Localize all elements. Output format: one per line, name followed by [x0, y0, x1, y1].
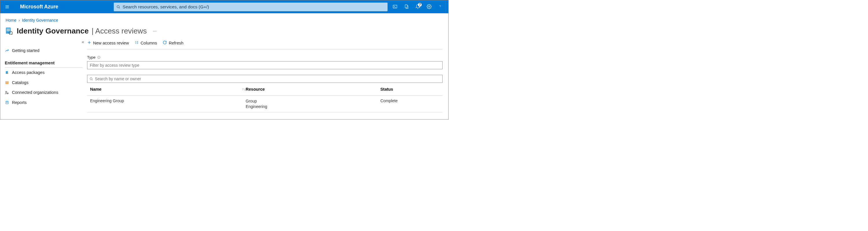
sidebar-item-reports[interactable]: Reports	[5, 98, 87, 108]
sidebar-item-label: Connected organizations	[12, 90, 58, 95]
sidebar-section-entitlement: Entitlement management	[5, 55, 83, 68]
settings-button[interactable]	[427, 4, 432, 10]
breadcrumb-current[interactable]: Identity Governance	[22, 18, 58, 23]
sidebar-item-label: Getting started	[12, 48, 39, 53]
notifications-button[interactable]: 7	[415, 4, 421, 10]
main-content: New access review Columns Refresh Type	[87, 38, 448, 113]
svg-rect-12	[6, 30, 10, 30]
identity-governance-icon	[5, 27, 13, 35]
collapse-sidebar-button[interactable]: «	[82, 40, 84, 44]
svg-rect-18	[5, 81, 8, 82]
svg-rect-5	[393, 5, 397, 8]
breadcrumb-home[interactable]: Home	[6, 18, 17, 23]
sidebar-item-getting-started[interactable]: Getting started	[5, 46, 87, 56]
page-subtitle: | Access reviews	[89, 27, 147, 35]
page-title-row: Identity Governance | Access reviews ···	[0, 23, 448, 38]
svg-rect-20	[5, 83, 8, 84]
refresh-icon	[163, 40, 167, 45]
command-bar: New access review Columns Refresh	[87, 40, 442, 49]
table-search-input[interactable]	[95, 77, 440, 81]
breadcrumb-separator: ›	[19, 18, 20, 23]
svg-line-38	[92, 80, 93, 80]
svg-point-21	[5, 91, 7, 92]
svg-rect-19	[5, 82, 8, 83]
toolbar-label: Refresh	[169, 41, 184, 45]
search-icon	[89, 77, 93, 81]
sidebar-item-label: Access packages	[12, 70, 44, 75]
getting-started-icon	[5, 48, 9, 52]
column-header-resource[interactable]: Resource	[246, 87, 380, 91]
global-search-input[interactable]	[123, 3, 385, 11]
svg-rect-7	[405, 5, 407, 7]
svg-rect-13	[6, 31, 10, 31]
sidebar-item-catalogs[interactable]: Catalogs	[5, 77, 87, 87]
type-filter-label: Type	[87, 55, 448, 60]
table-row[interactable]: Engineering Group Group Engineering Comp…	[87, 95, 442, 113]
access-packages-icon	[5, 71, 9, 74]
columns-icon	[134, 40, 138, 45]
svg-point-3	[117, 5, 119, 8]
help-button[interactable]	[438, 3, 442, 10]
cell-status: Complete	[380, 99, 439, 103]
notification-badge: 7	[418, 3, 422, 7]
global-search[interactable]	[114, 3, 388, 11]
cloud-shell-button[interactable]	[393, 4, 398, 10]
catalogs-icon	[5, 81, 9, 84]
connected-orgs-icon	[5, 91, 9, 94]
refresh-button[interactable]: Refresh	[163, 40, 183, 45]
svg-point-8	[429, 6, 430, 7]
sidebar-item-label: Catalogs	[12, 80, 28, 85]
brand-label[interactable]: Microsoft Azure	[20, 4, 58, 10]
directory-filter-button[interactable]	[404, 4, 409, 10]
sidebar-item-connected-orgs[interactable]: Connected organizations	[5, 87, 87, 98]
info-icon[interactable]	[97, 56, 100, 59]
azure-top-header: Microsoft Azure 7	[0, 0, 448, 13]
svg-point-17	[7, 73, 8, 74]
type-filter-input[interactable]	[87, 61, 442, 69]
page-title: Identity Governance	[17, 27, 89, 35]
sort-icon[interactable]: ↑↓	[242, 87, 245, 91]
table-search[interactable]	[87, 75, 442, 83]
sidebar: « Getting started Entitlement management…	[0, 38, 87, 113]
cell-resource: Group Engineering	[246, 99, 380, 109]
access-reviews-table: Name ↑↓ Resource Status Engineering Grou…	[87, 83, 442, 113]
table-header-row: Name ↑↓ Resource Status	[87, 83, 442, 95]
breadcrumb: Home › Identity Governance	[0, 13, 448, 23]
cell-name: Engineering Group	[90, 99, 246, 103]
new-access-review-button[interactable]: New access review	[87, 40, 129, 45]
column-header-status[interactable]: Status	[380, 87, 439, 91]
svg-line-15	[12, 34, 12, 35]
search-icon	[116, 5, 120, 9]
hamburger-menu-button[interactable]	[3, 5, 11, 9]
toolbar-label: Columns	[141, 41, 157, 45]
svg-line-4	[119, 7, 120, 8]
svg-point-22	[7, 93, 8, 93]
svg-point-37	[90, 78, 92, 80]
sidebar-item-access-packages[interactable]: Access packages	[5, 68, 87, 78]
column-header-name[interactable]: Name ↑↓	[90, 87, 246, 91]
more-actions-button[interactable]: ···	[153, 28, 157, 34]
plus-icon	[87, 40, 91, 45]
sidebar-item-label: Reports	[12, 100, 27, 105]
reports-icon	[5, 101, 9, 104]
toolbar-label: New access review	[93, 41, 129, 45]
columns-button[interactable]: Columns	[134, 40, 157, 45]
header-icons: 7	[393, 3, 442, 10]
svg-rect-11	[6, 29, 10, 29]
